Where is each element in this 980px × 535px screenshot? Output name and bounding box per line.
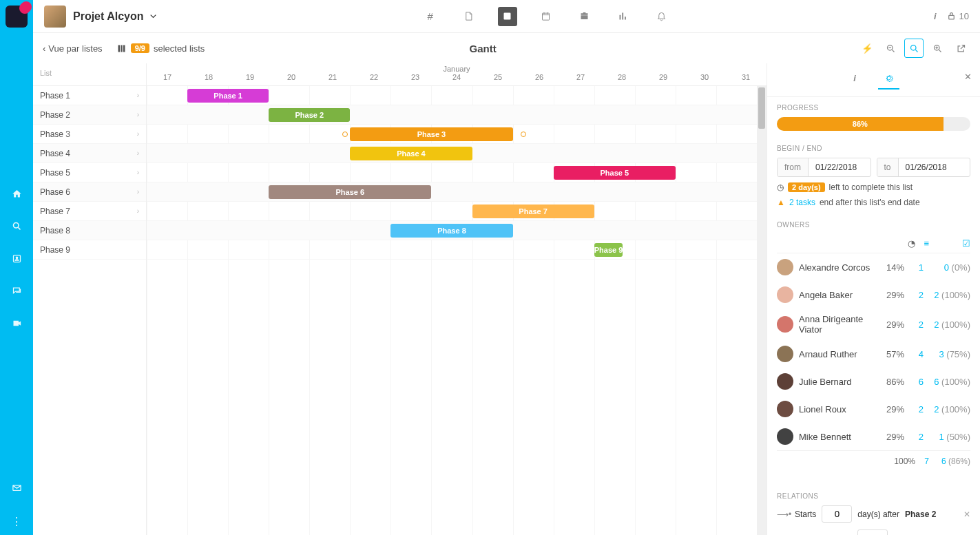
chart-row-5: Phase 5 bbox=[147, 163, 757, 182]
zoom-out-button[interactable] bbox=[881, 39, 900, 58]
zoom-fit-button[interactable] bbox=[904, 39, 924, 58]
back-link[interactable]: ‹ Vue par listes bbox=[43, 43, 103, 54]
video-icon[interactable] bbox=[12, 318, 22, 331]
owner-name: Mike Bennett bbox=[799, 432, 871, 442]
connector-dot[interactable] bbox=[342, 132, 348, 137]
relations-section: RELATIONS ⟶• Starts day(s) after Phase 2… bbox=[767, 485, 980, 535]
days-left-badge: 2 day(s) bbox=[788, 182, 825, 192]
relation-2-input[interactable] bbox=[857, 529, 888, 535]
hash-icon[interactable]: # bbox=[421, 7, 440, 26]
owner-done: 0 (0%) bbox=[929, 262, 970, 273]
owner-row[interactable]: Arnaud Ruther57%43 (75%) bbox=[777, 340, 970, 368]
list-row-phase-7[interactable]: Phase 7› bbox=[33, 202, 146, 221]
project-title[interactable]: Projet Alcyon bbox=[73, 10, 158, 23]
owner-row[interactable]: Anna Dirigeante Viator29%22 (100%) bbox=[777, 308, 970, 340]
gantt-bar-phase-8[interactable]: Phase 8 bbox=[390, 224, 512, 238]
owner-tasks: 1 bbox=[910, 262, 924, 273]
list-row-phase-1[interactable]: Phase 1› bbox=[33, 86, 146, 105]
tab-settings[interactable] bbox=[878, 70, 899, 90]
list-row-phase-4[interactable]: Phase 4› bbox=[33, 144, 146, 163]
zoom-in-button[interactable] bbox=[928, 39, 947, 58]
month-label: January bbox=[441, 63, 471, 74]
day-17: 17 bbox=[147, 73, 188, 85]
users-count[interactable]: 10 bbox=[946, 11, 969, 21]
relation-1-input[interactable] bbox=[822, 505, 852, 523]
chat-icon[interactable] bbox=[12, 286, 22, 299]
info-icon[interactable]: i bbox=[934, 11, 937, 21]
tasks-warn-link[interactable]: 2 tasks bbox=[789, 198, 815, 207]
chart-row-3: Phase 3 bbox=[147, 125, 757, 144]
more-icon[interactable]: ⋮ bbox=[11, 515, 22, 528]
doc-icon[interactable] bbox=[459, 7, 479, 26]
details-panel: i ✕ PROGRESS 86% BEGIN / END from 01/22/… bbox=[767, 63, 980, 535]
gantt-bar-phase-4[interactable]: Phase 4 bbox=[350, 147, 472, 160]
scroll-thumb[interactable] bbox=[758, 87, 765, 129]
owner-name: Alexandre Corcos bbox=[799, 262, 871, 273]
back-text: Vue par listes bbox=[48, 43, 102, 54]
owner-tasks: 2 bbox=[910, 290, 924, 300]
tab-info[interactable]: i bbox=[848, 70, 862, 90]
bell-icon[interactable] bbox=[652, 7, 671, 26]
days-left-line: ◷ 2 day(s) left to complete this list bbox=[777, 182, 970, 192]
gantt-bar-phase-2[interactable]: Phase 2 bbox=[269, 108, 350, 122]
owners-label: OWNERS bbox=[777, 221, 970, 229]
owner-done: 2 (100%) bbox=[929, 404, 970, 415]
search-icon[interactable] bbox=[12, 221, 22, 234]
owner-row[interactable]: Mike Bennett29%21 (50%) bbox=[777, 423, 970, 450]
relation-row-1: ⟶• Starts day(s) after Phase 2 ✕ bbox=[777, 505, 970, 523]
list-row-phase-3[interactable]: Phase 3› bbox=[33, 125, 146, 144]
close-icon[interactable]: ✕ bbox=[964, 72, 972, 82]
from-date-box[interactable]: from 01/22/2018 bbox=[777, 158, 871, 177]
tasks-icon[interactable] bbox=[498, 7, 517, 26]
owner-pct: 29% bbox=[877, 319, 904, 330]
list-row-phase-5[interactable]: Phase 5› bbox=[33, 163, 146, 182]
bolt-button[interactable]: ⚡ bbox=[857, 39, 877, 58]
check-icon: ☑ bbox=[929, 238, 970, 249]
chart-row-6: Phase 6 bbox=[147, 182, 757, 202]
day-21: 21 bbox=[312, 73, 353, 85]
gantt-bar-phase-5[interactable]: Phase 5 bbox=[554, 166, 676, 180]
chart-icon[interactable] bbox=[614, 7, 633, 26]
gantt-bar-phase-6[interactable]: Phase 6 bbox=[269, 185, 431, 199]
owner-done: 3 (75%) bbox=[929, 349, 970, 359]
app-logo[interactable]: 11 bbox=[6, 6, 28, 28]
gantt-bar-phase-1[interactable]: Phase 1 bbox=[187, 89, 269, 103]
external-button[interactable] bbox=[951, 39, 970, 58]
svg-rect-6 bbox=[948, 15, 954, 19]
list-row-phase-8[interactable]: Phase 8 bbox=[33, 221, 146, 240]
owner-pct: 57% bbox=[877, 349, 904, 359]
gantt-bar-phase-7[interactable]: Phase 7 bbox=[472, 204, 594, 218]
owner-pct: 14% bbox=[877, 262, 904, 273]
list-row-phase-6[interactable]: Phase 6› bbox=[33, 182, 146, 202]
list-row-phase-2[interactable]: Phase 2› bbox=[33, 105, 146, 125]
day-30: 30 bbox=[684, 73, 725, 85]
project-thumb[interactable] bbox=[44, 6, 66, 28]
chart-row-9: Phase 9 bbox=[147, 240, 757, 260]
list-row-phase-9[interactable]: Phase 9 bbox=[33, 240, 146, 260]
day-24: 24 bbox=[436, 73, 477, 85]
owner-tasks: 2 bbox=[910, 319, 924, 330]
to-date-box[interactable]: to 01/26/2018 bbox=[877, 158, 971, 177]
tasks-warn-line: ▲ 2 tasks end after this list's end date bbox=[777, 198, 970, 207]
owner-row[interactable]: Alexandre Corcos14%10 (0%) bbox=[777, 253, 970, 281]
begin-end-label: BEGIN / END bbox=[777, 145, 970, 152]
calendar-icon[interactable] bbox=[536, 7, 556, 26]
mail-icon[interactable] bbox=[12, 483, 22, 496]
relation-1-delete[interactable]: ✕ bbox=[963, 510, 970, 519]
pie-icon: ◔ bbox=[888, 238, 915, 249]
avatar bbox=[777, 428, 793, 445]
gantt-bar-phase-3[interactable]: Phase 3 bbox=[350, 127, 512, 141]
svg-point-8 bbox=[910, 45, 916, 50]
day-20: 20 bbox=[271, 73, 312, 85]
home-icon[interactable] bbox=[12, 189, 22, 202]
gantt-bar-phase-9[interactable]: Phase 9 bbox=[594, 243, 623, 257]
owner-row[interactable]: Angela Baker29%22 (100%) bbox=[777, 281, 970, 308]
scrollbar-v[interactable] bbox=[757, 86, 767, 535]
owner-row[interactable]: Julie Bernard86%66 (100%) bbox=[777, 368, 970, 395]
contacts-icon[interactable] bbox=[12, 253, 22, 266]
briefcase-icon[interactable] bbox=[575, 7, 594, 26]
chart-row-8: Phase 8 bbox=[147, 221, 757, 240]
owner-row[interactable]: Lionel Roux29%22 (100%) bbox=[777, 395, 970, 423]
owner-done: 1 (50%) bbox=[929, 432, 970, 442]
gantt-chart[interactable]: Phase 1Phase 2Phase 3Phase 4Phase 5Phase… bbox=[147, 86, 757, 535]
